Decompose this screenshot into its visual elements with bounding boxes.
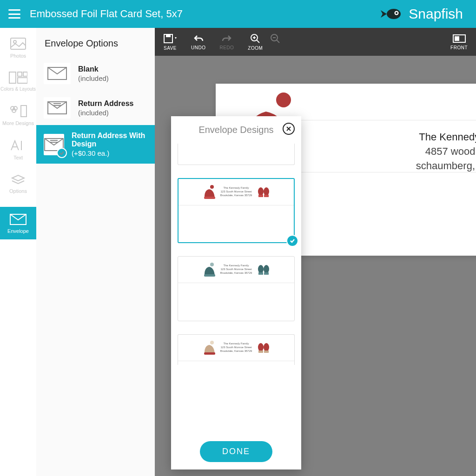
mittens-icon xyxy=(257,264,271,276)
modal-title: Envelope Designs xyxy=(198,125,273,135)
zoom-out-button[interactable] xyxy=(270,33,280,51)
option-title: Return Address xyxy=(78,99,133,108)
svg-point-38 xyxy=(258,187,264,196)
svg-rect-41 xyxy=(264,195,269,197)
product-title: Embossed Foil Flat Card Set, 5x7 xyxy=(30,8,183,20)
svg-line-25 xyxy=(257,40,259,43)
design-option[interactable]: The Kennedy Family 123 South Monroe Stre… xyxy=(178,256,295,321)
front-button[interactable]: FRONT xyxy=(450,34,468,50)
design-option[interactable]: The Kennedy Family 123 South Monroe Stre… xyxy=(178,334,295,365)
panel-title: Envelope Options xyxy=(36,28,155,56)
option-blank[interactable]: Blank (included) xyxy=(36,56,155,91)
svg-rect-47 xyxy=(264,272,269,275)
svg-rect-46 xyxy=(258,272,263,275)
envelope-options-panel: Envelope Options Blank (included) Return… xyxy=(36,28,155,476)
svg-rect-37 xyxy=(204,197,215,199)
hat-icon xyxy=(202,185,216,199)
svg-point-48 xyxy=(210,341,214,344)
save-button[interactable]: SAVE xyxy=(163,33,177,51)
svg-point-4 xyxy=(13,40,16,43)
option-subtitle: (included) xyxy=(78,74,109,82)
svg-rect-7 xyxy=(23,72,27,76)
svg-point-0 xyxy=(387,9,401,19)
option-return-address-design[interactable]: Return Address With Design (+$0.30 ea.) xyxy=(36,125,155,164)
svg-line-29 xyxy=(277,40,279,43)
mittens-icon xyxy=(257,342,271,354)
envelope-icon xyxy=(44,134,64,155)
nav-photos[interactable]: Photos xyxy=(10,37,26,59)
svg-point-39 xyxy=(264,187,269,196)
svg-point-45 xyxy=(264,265,269,273)
svg-rect-32 xyxy=(455,36,459,41)
option-title: Return Address With Design xyxy=(72,132,147,148)
nav-colors-layouts[interactable]: Colors & Layouts xyxy=(0,72,36,92)
check-icon xyxy=(57,148,67,158)
svg-rect-23 xyxy=(166,34,171,37)
svg-rect-8 xyxy=(18,78,27,83)
return-address[interactable]: The Kennedy Fa 4857 woodland schaumberg,… xyxy=(416,130,476,173)
svg-rect-49 xyxy=(204,352,215,355)
hat-icon xyxy=(202,262,216,277)
close-button[interactable] xyxy=(283,123,295,135)
done-button[interactable]: DONE xyxy=(200,441,272,462)
zoom-in-button[interactable]: ZOOM xyxy=(248,33,263,51)
svg-rect-5 xyxy=(9,72,16,83)
svg-point-42 xyxy=(210,263,214,266)
nav-text[interactable]: Text xyxy=(10,139,26,160)
svg-rect-52 xyxy=(258,350,263,353)
design-option[interactable] xyxy=(178,144,295,165)
design-option-selected[interactable]: The Kennedy Family 123 South Monroe Stre… xyxy=(178,178,295,243)
svg-point-36 xyxy=(210,185,214,189)
envelope-designs-modal: Envelope Designs The Kennedy Family 123 … xyxy=(171,116,301,469)
svg-rect-40 xyxy=(258,195,263,197)
left-nav: Photos Colors & Layouts More Designs Tex… xyxy=(0,28,36,476)
envelope-icon xyxy=(44,63,71,84)
nav-options[interactable]: Options xyxy=(9,173,27,194)
svg-point-51 xyxy=(264,343,269,351)
editor-toolbar: SAVE UNDO REDO ZOOM FRONT xyxy=(155,28,476,56)
nav-more-designs[interactable]: More Designs xyxy=(2,105,34,126)
undo-button[interactable]: UNDO xyxy=(191,34,205,50)
option-return-address[interactable]: Return Address (included) xyxy=(36,91,155,125)
brand-logo: Snapfish xyxy=(378,0,463,28)
top-bar: Embossed Foil Flat Card Set, 5x7 Snapfis… xyxy=(0,0,476,28)
fish-icon xyxy=(378,7,404,20)
svg-rect-12 xyxy=(21,106,26,117)
svg-point-2 xyxy=(396,12,397,14)
svg-rect-43 xyxy=(204,274,215,277)
envelope-icon xyxy=(44,97,71,119)
hat-icon xyxy=(202,340,216,355)
svg-point-33 xyxy=(276,93,291,107)
svg-rect-53 xyxy=(264,350,269,353)
menu-icon[interactable] xyxy=(8,9,20,19)
svg-point-44 xyxy=(258,265,264,273)
mittens-icon xyxy=(257,186,271,198)
option-subtitle: (+$0.30 ea.) xyxy=(72,149,147,157)
redo-button[interactable]: REDO xyxy=(219,34,234,50)
nav-envelope[interactable]: Envelope xyxy=(0,207,36,239)
option-title: Blank xyxy=(78,65,109,73)
svg-point-50 xyxy=(258,343,264,351)
svg-rect-6 xyxy=(18,72,22,76)
option-subtitle: (included) xyxy=(78,109,133,117)
check-icon xyxy=(286,235,298,247)
